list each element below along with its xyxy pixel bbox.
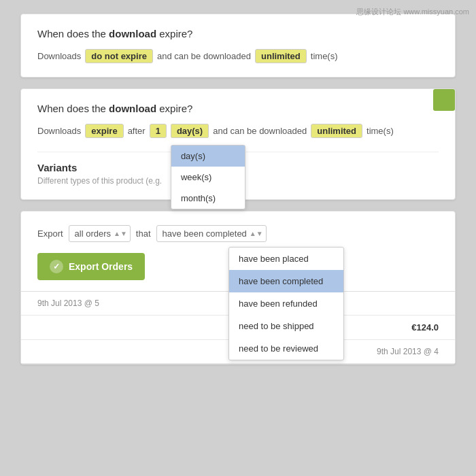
card2-num-input[interactable]: 1 [150,124,167,138]
card2-badge-day[interactable]: day(s) [171,124,209,138]
status-option-reviewed[interactable]: need to be reviewed [229,337,343,360]
card2: When does the download expire? Downloads… [20,88,456,200]
status-option-refunded[interactable]: have been refunded [229,292,343,315]
export-status-dropdown: have been placed have been completed hav… [228,247,344,360]
card2-variants-title: Variants [37,162,162,173]
status-option-completed[interactable]: have been completed [229,270,343,292]
card1-badge-unlimited[interactable]: unlimited [255,49,307,63]
watermark: 思缘设计论坛 www.missy­uan.com [356,7,469,17]
status-select[interactable]: have been completed ▲▼ [156,225,267,242]
card1-label-downloads: Downloads [37,51,81,61]
card2-label-times: time(s) [367,126,394,136]
card1-title-suffix: expire? [156,28,192,39]
card2-title-keyword: download [109,103,156,114]
card1-row: Downloads do not expire and can be downl… [37,49,439,63]
order-amount-1: €124.0 [411,322,439,333]
card2-variants-desc: Different types of this product (e.g. [37,176,162,186]
export-row: Export all orders ▲▼ that have been comp… [37,225,439,242]
card1-badge-no-expire[interactable]: do not expire [85,49,153,63]
card2-title-suffix: expire? [156,103,192,114]
order-date-2: 9th Jul 2013 @ 4 [377,347,439,356]
card2-row: Downloads expire after 1 day(s) day(s) w… [37,124,439,138]
card2-badge-expire[interactable]: expire [85,124,123,138]
orders-select[interactable]: all orders ▲▼ [69,225,131,242]
orders-select-arrow: ▲▼ [114,230,127,237]
status-option-shipped[interactable]: need to be shipped [229,315,343,337]
export-orders-button[interactable]: ✓ Export Orders [37,253,145,280]
card1: When does the download expire? Downloads… [20,14,456,78]
card2-day-dropdown-container[interactable]: day(s) day(s) week(s) month(s) [171,126,209,136]
card2-badge-unlimited[interactable]: unlimited [311,124,362,138]
card2-label-after: after [128,126,146,136]
order-date-0: 9th Jul 2013 @ 5 [37,299,99,308]
card2-day-option-days[interactable]: day(s) [171,146,245,167]
that-label: that [136,228,151,239]
card2-day-dropdown-menu: day(s) week(s) month(s) [171,145,245,209]
export-orders-label: Export Orders [69,261,133,272]
export-label: Export [37,228,63,239]
card2-day-option-weeks[interactable]: week(s) [171,167,245,188]
status-option-placed[interactable]: have been placed [229,248,343,270]
status-select-arrow: ▲▼ [250,230,263,237]
card2-label-and-can: and can be downloaded [213,126,307,136]
card1-title-keyword: download [109,28,156,39]
card1-label-and-can: and can be downloaded [157,51,251,61]
status-select-value: have been completed [163,228,247,239]
orders-select-value: all orders [75,228,111,239]
card1-title: When does the download expire? [37,28,439,39]
card2-label-downloads: Downloads [37,126,81,136]
card2-day-option-months[interactable]: month(s) [171,188,245,209]
card1-title-prefix: When does the [37,28,109,39]
card2-title: When does the download expire? [37,103,439,114]
export-check-icon: ✓ [50,260,63,273]
card2-title-prefix: When does the [37,103,109,114]
card2-green-add-button[interactable] [433,89,455,111]
card1-label-times: time(s) [311,51,338,61]
card3: Export all orders ▲▼ that have been comp… [20,211,456,364]
